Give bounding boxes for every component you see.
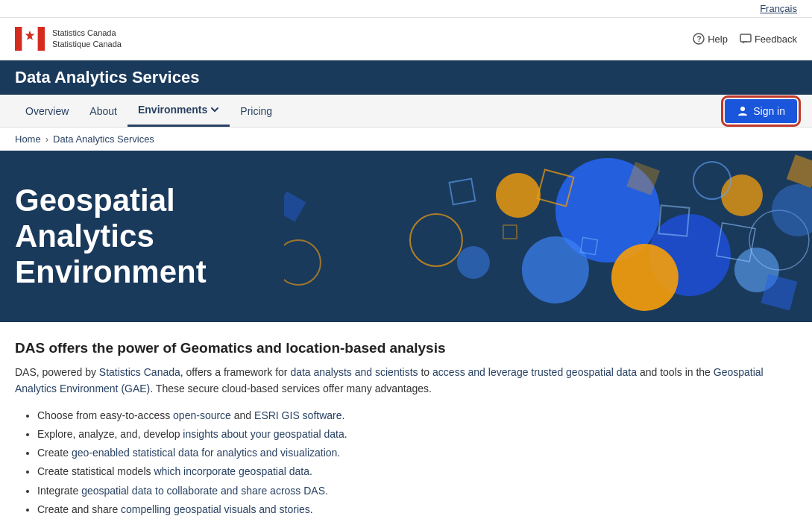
- content-heading: DAS offers the power of Geomatics and lo…: [15, 340, 797, 356]
- french-language-link[interactable]: Français: [760, 3, 797, 14]
- sign-in-button[interactable]: Sign in: [725, 99, 797, 123]
- logo-area: Statistics Canada Statistique Canada: [15, 24, 122, 54]
- svg-rect-0: [15, 27, 22, 51]
- esri-link[interactable]: ESRI GIS software: [254, 409, 342, 421]
- list-item: Create geo-enabled statistical data for …: [37, 444, 797, 462]
- feedback-icon: [740, 33, 752, 45]
- statistics-canada-link[interactable]: Statistics Canada: [99, 366, 180, 378]
- nav-environments-label: Environments: [138, 104, 207, 116]
- list-item: Explore, analyze, and, develop insights …: [37, 425, 797, 444]
- svg-rect-22: [450, 179, 476, 205]
- breadcrumb-home[interactable]: Home: [15, 133, 41, 145]
- list-item: Integrate geospatial data to collaborate…: [37, 482, 797, 500]
- access-leverage-link[interactable]: access and leverage trusted geospatial d…: [432, 366, 637, 378]
- main-navigation: Overview About Environments Pricing Sign…: [0, 95, 812, 128]
- svg-point-14: [457, 246, 490, 279]
- feedback-link[interactable]: Feedback: [740, 33, 797, 45]
- breadcrumb: Home › Data Analytics Services: [0, 128, 812, 151]
- svg-rect-2: [22, 27, 38, 51]
- help-link[interactable]: ? Help: [693, 33, 728, 45]
- hero-banner: Geospatial Analytics Environment: [0, 151, 812, 322]
- integrate-link[interactable]: geospatial data to collaborate and share…: [81, 485, 325, 497]
- nav-overview[interactable]: Overview: [15, 96, 79, 126]
- chevron-down-icon: [210, 105, 219, 114]
- data-analysts-link[interactable]: data analysts and scientists: [290, 366, 418, 378]
- svg-point-12: [721, 174, 763, 216]
- top-utility-bar: Français: [0, 0, 812, 18]
- svg-point-10: [611, 244, 679, 311]
- svg-rect-1: [37, 27, 45, 51]
- svg-point-6: [740, 107, 745, 111]
- nav-title-bar: Data Analytics Services: [0, 60, 812, 95]
- site-header: Statistics Canada Statistique Canada ? H…: [0, 18, 812, 60]
- list-item: Choose from easy-to-access open-source a…: [37, 406, 797, 425]
- hero-title: Geospatial Analytics Environment: [15, 183, 367, 291]
- svg-point-9: [522, 236, 589, 303]
- svg-point-11: [496, 173, 541, 218]
- nav-environments[interactable]: Environments: [128, 95, 230, 127]
- visuals-link[interactable]: compelling geospatial visuals and storie…: [121, 503, 310, 515]
- svg-point-16: [693, 162, 731, 199]
- breadcrumb-separator: ›: [45, 133, 48, 145]
- org-name-en: Statistics Canada: [52, 28, 122, 39]
- list-item: Create and share compelling geospatial v…: [37, 500, 797, 519]
- svg-rect-25: [503, 225, 517, 239]
- svg-rect-29: [787, 154, 812, 188]
- geo-enabled-link[interactable]: geo-enabled statistical data for analyti…: [72, 447, 337, 459]
- insights-link[interactable]: insights about your geospatial data: [183, 428, 344, 440]
- nav-pricing[interactable]: Pricing: [230, 96, 283, 126]
- canada-flag-icon: [15, 24, 45, 54]
- org-name-text: Statistics Canada Statistique Canada: [52, 28, 122, 51]
- feature-list: Choose from easy-to-access open-source a…: [15, 406, 797, 519]
- breadcrumb-current[interactable]: Data Analytics Services: [53, 133, 154, 145]
- list-item: Create statistical models which incorpor…: [37, 462, 797, 481]
- main-content: DAS offers the power of Geomatics and lo…: [0, 322, 812, 519]
- svg-rect-5: [740, 34, 751, 42]
- page-title: Data Analytics Services: [15, 68, 797, 87]
- svg-point-15: [410, 214, 462, 266]
- svg-point-28: [772, 184, 812, 236]
- org-name-fr: Statistique Canada: [52, 39, 122, 50]
- models-link[interactable]: which incorporate geospatial data: [154, 465, 309, 477]
- header-right-actions: ? Help Feedback: [693, 33, 797, 45]
- nav-links-container: Overview About Environments Pricing: [15, 95, 283, 127]
- svg-text:?: ?: [697, 35, 702, 43]
- nav-about[interactable]: About: [79, 96, 128, 126]
- account-icon: [737, 105, 749, 117]
- open-source-link[interactable]: open-source: [173, 409, 231, 421]
- content-paragraph: DAS, powered by Statistics Canada, offer…: [15, 364, 797, 397]
- help-icon: ?: [693, 33, 705, 45]
